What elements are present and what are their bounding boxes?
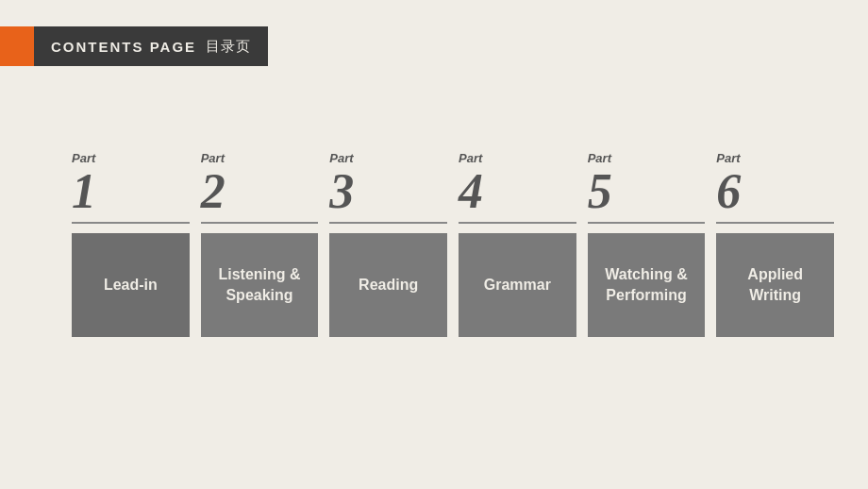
- part-column-6: Part 6 Applied Writing: [710, 151, 840, 337]
- part-box-1: Lead-in: [72, 233, 190, 337]
- part-number-4: 4: [459, 167, 483, 216]
- part-number-6: 6: [716, 167, 741, 216]
- part-box-5: Watching & Performing: [588, 233, 706, 337]
- parts-container: Part 1 Lead-in Part 2 Listening & Speaki…: [66, 151, 840, 337]
- part-column-4: Part 4 Grammar: [453, 151, 582, 337]
- header-title-cn: 目录页: [206, 38, 251, 56]
- part-content-5: Watching & Performing: [597, 264, 696, 307]
- part-label-1: Part: [72, 151, 95, 165]
- part-divider-2: [201, 222, 319, 224]
- header-title-en: CONTENTS PAGE: [51, 39, 196, 55]
- part-column-1: Part 1 Lead-in: [66, 151, 195, 337]
- part-box-6: Applied Writing: [716, 233, 834, 337]
- orange-accent-bar: [0, 26, 34, 66]
- part-column-2: Part 2 Listening & Speaking: [195, 151, 325, 337]
- part-label-3: Part: [329, 151, 353, 165]
- part-label-6: Part: [716, 151, 740, 165]
- part-number-3: 3: [329, 167, 354, 216]
- part-content-2: Listening & Speaking: [210, 264, 309, 307]
- part-label-4: Part: [459, 151, 482, 165]
- part-column-3: Part 3 Reading: [324, 151, 453, 337]
- part-box-4: Grammar: [459, 233, 576, 337]
- part-content-1: Lead-in: [104, 275, 158, 295]
- part-number-1: 1: [72, 167, 96, 216]
- part-content-6: Applied Writing: [726, 264, 825, 307]
- part-box-2: Listening & Speaking: [201, 233, 319, 337]
- part-divider-3: [329, 222, 447, 224]
- header-bar: CONTENTS PAGE 目录页: [0, 26, 268, 66]
- part-divider-1: [72, 222, 190, 224]
- part-label-2: Part: [201, 151, 225, 165]
- part-content-4: Grammar: [484, 275, 551, 295]
- part-number-5: 5: [588, 167, 612, 216]
- part-divider-5: [588, 222, 706, 224]
- part-divider-4: [459, 222, 576, 224]
- part-column-5: Part 5 Watching & Performing: [582, 151, 711, 337]
- part-label-5: Part: [588, 151, 611, 165]
- part-divider-6: [716, 222, 834, 224]
- part-content-3: Reading: [359, 275, 418, 295]
- part-number-2: 2: [201, 167, 225, 216]
- header-title-background: CONTENTS PAGE 目录页: [34, 26, 268, 66]
- part-box-3: Reading: [329, 233, 447, 337]
